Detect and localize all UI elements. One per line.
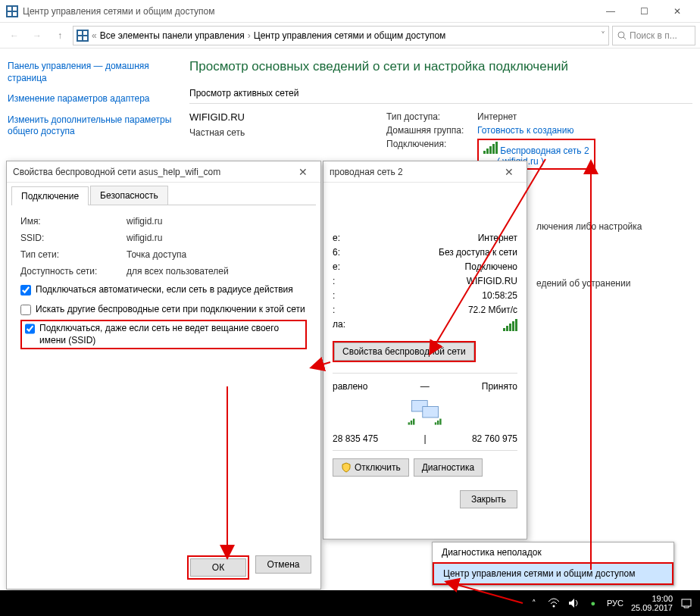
- svg-rect-19: [439, 419, 441, 425]
- homegroup-label: Домашняя группа:: [386, 125, 477, 136]
- shield-icon: [341, 462, 352, 473]
- svg-rect-9: [83, 36, 87, 40]
- stat-ssid-label: :: [333, 276, 439, 286]
- stat-quality-value: [439, 319, 517, 333]
- volume-tray-icon[interactable]: [567, 597, 580, 609]
- signal-bars-icon: [503, 319, 517, 331]
- recv-label: Принято: [482, 381, 517, 392]
- active-networks-label: Просмотр активных сетей: [189, 88, 692, 98]
- stat-inet-value: Интернет: [439, 233, 517, 243]
- nav-bar: ← → ↑ « Все элементы панели управления ›…: [0, 23, 700, 48]
- svg-rect-16: [413, 419, 414, 425]
- svg-line-11: [623, 37, 626, 39]
- ctx-diagnostics[interactable]: Диагностика неполадок: [433, 543, 673, 562]
- sent-value: 28 835 475: [333, 433, 378, 444]
- connection-link[interactable]: Беспроводная сеть 2: [500, 145, 589, 156]
- stat-ipv6-value: Без доступа к сети: [439, 247, 517, 258]
- ok-button[interactable]: ОК: [190, 558, 246, 577]
- taskbar: ˄ ● РУС 19:00 25.09.2017: [0, 590, 700, 616]
- maximize-button[interactable]: ☐: [627, 0, 661, 23]
- up-button[interactable]: ↑: [50, 26, 70, 45]
- svg-rect-18: [437, 421, 439, 425]
- app-icon: [6, 5, 18, 17]
- prop-name-label: Имя:: [20, 216, 127, 227]
- search-input[interactable]: Поиск в п...: [612, 26, 695, 45]
- svg-rect-8: [78, 36, 82, 40]
- minimize-button[interactable]: —: [594, 0, 627, 23]
- wifi-tray-icon[interactable]: [548, 597, 560, 609]
- svg-rect-14: [408, 422, 410, 424]
- ctx-network-center[interactable]: Центр управления сетями и общим доступом: [433, 562, 673, 585]
- prop-ssid-value: wifigid.ru: [127, 233, 162, 243]
- status-dialog-title: проводная сеть 2: [330, 167, 498, 177]
- cb-auto-connect[interactable]: Подключаться автоматически, если сеть в …: [20, 284, 307, 296]
- svg-rect-21: [682, 599, 691, 606]
- disconnect-button[interactable]: Отключить: [333, 458, 409, 477]
- breadcrumb[interactable]: « Все элементы панели управления › Центр…: [73, 26, 609, 45]
- props-close-button[interactable]: ✕: [292, 166, 314, 178]
- cb-search-other[interactable]: Искать другие беспроводные сети при подк…: [20, 304, 307, 316]
- stat-quality-label: ла:: [333, 319, 439, 333]
- svg-rect-3: [8, 12, 11, 16]
- status-tray-icon[interactable]: ●: [587, 597, 599, 609]
- stat-speed-value: 72.2 Мбит/с: [439, 305, 517, 315]
- wireless-props-button[interactable]: Свойства беспроводной сети: [334, 342, 474, 361]
- window-title: Центр управления сетями и общим доступом: [23, 6, 594, 17]
- peek-text-2: едений об устранении: [536, 278, 630, 289]
- status-dialog: проводная сеть 2 ✕ е: Интернет 6: Без до…: [323, 161, 527, 539]
- stat-inet-label: е:: [333, 233, 439, 243]
- tray-up-icon[interactable]: ˄: [528, 597, 540, 609]
- tab-security[interactable]: Безопасность: [90, 186, 168, 205]
- back-button[interactable]: ←: [5, 26, 24, 45]
- sidebar-adapter[interactable]: Изменение параметров адаптера: [8, 93, 174, 105]
- tray-context-menu: Диагностика неполадок Центр управления с…: [432, 542, 674, 586]
- cancel-button[interactable]: Отмена: [255, 555, 311, 574]
- svg-rect-13: [423, 407, 439, 417]
- window-titlebar: Центр управления сетями и общим доступом…: [0, 0, 700, 23]
- prop-avail-value: для всех пользователей: [127, 266, 229, 277]
- prop-nettype-value: Точка доступа: [127, 249, 186, 260]
- sidebar-sharing[interactable]: Изменить дополнительные параметры общего…: [8, 114, 174, 138]
- cb-auto-connect-box[interactable]: [20, 285, 31, 295]
- prop-name-value: wifigid.ru: [127, 216, 162, 227]
- tab-connection[interactable]: Подключение: [11, 186, 89, 205]
- cb-hidden-ssid-box[interactable]: [25, 324, 35, 334]
- access-label: Тип доступа:: [386, 111, 477, 122]
- svg-rect-6: [78, 31, 82, 35]
- svg-point-10: [618, 32, 624, 38]
- svg-rect-1: [8, 7, 11, 11]
- cb-search-other-box[interactable]: [20, 305, 31, 315]
- recv-value: 82 760 975: [472, 433, 517, 444]
- close-button[interactable]: ✕: [661, 0, 694, 23]
- stat-state-value: Подключено: [439, 261, 517, 272]
- network-type: Частная сеть: [189, 127, 356, 138]
- status-close-button[interactable]: ✕: [498, 166, 520, 178]
- svg-point-20: [552, 605, 555, 608]
- homegroup-link[interactable]: Готовность к созданию: [477, 125, 573, 136]
- notifications-tray-icon[interactable]: [680, 597, 692, 609]
- language-indicator[interactable]: РУС: [607, 599, 623, 608]
- breadcrumb-current[interactable]: Центр управления сетями и общим доступом: [254, 30, 446, 41]
- sent-label: равлено: [333, 381, 367, 392]
- diagnostics-button[interactable]: Диагностика: [414, 458, 483, 477]
- wifi-signal-icon: [483, 142, 498, 154]
- cb-hidden-ssid[interactable]: Подключаться, даже если сеть не ведет ве…: [25, 323, 302, 346]
- page-heading: Просмотр основных сведений о сети и наст…: [189, 59, 692, 74]
- forward-button[interactable]: →: [27, 26, 47, 45]
- prop-nettype-label: Тип сети:: [20, 249, 127, 260]
- wireless-props-dialog: Свойства беспроводной сети asus_help_wif…: [6, 161, 321, 589]
- status-close-bottom-button[interactable]: Закрыть: [460, 490, 517, 508]
- svg-rect-17: [435, 422, 436, 424]
- stat-state-label: е:: [333, 261, 439, 272]
- clock[interactable]: 19:00 25.09.2017: [631, 594, 673, 612]
- search-icon: [617, 31, 627, 40]
- tab-strip: Подключение Безопасность: [11, 186, 316, 205]
- prop-avail-label: Доступность сети:: [20, 266, 127, 277]
- ok-button-wrap: ОК: [187, 555, 249, 580]
- main-content: Просмотр основных сведений о сети и наст…: [189, 59, 692, 170]
- svg-rect-15: [411, 421, 412, 425]
- sidebar-home[interactable]: Панель управления — домашняя страница: [8, 61, 174, 84]
- breadcrumb-parent[interactable]: Все элементы панели управления: [100, 30, 245, 41]
- cb-hidden-ssid-wrap: Подключаться, даже если сеть не ведет ве…: [20, 320, 307, 349]
- access-value: Интернет: [477, 111, 595, 122]
